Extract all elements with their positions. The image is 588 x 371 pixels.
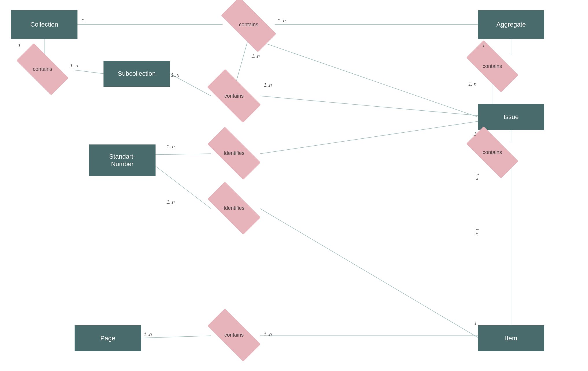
entity-page: Page xyxy=(75,325,141,351)
svg-line-15 xyxy=(260,209,478,337)
card-agg-contains-to-issue: 1..n xyxy=(468,81,476,87)
diamond-aggregate-contains: contains xyxy=(468,54,517,79)
diamond-page-contains: contains xyxy=(209,323,259,347)
card-issue-contains-down: 1..n xyxy=(475,173,480,180)
card-item-top: 1 xyxy=(474,321,477,327)
svg-line-4 xyxy=(249,38,478,117)
entity-subcollection: Subcollection xyxy=(103,61,170,87)
svg-line-3 xyxy=(74,70,103,74)
svg-line-14 xyxy=(156,166,211,209)
card-std-to-id2: 1..n xyxy=(167,199,175,205)
card-issue-down: 1 xyxy=(474,131,476,137)
svg-line-12 xyxy=(156,154,211,155)
svg-line-13 xyxy=(260,121,478,154)
entity-standart-number: Standart- Number xyxy=(89,144,156,176)
card-issue-contains-1n: 1..n xyxy=(475,228,480,235)
card-collection-to-top: 1 xyxy=(82,18,84,24)
diamond-identifies1: Identifies xyxy=(209,141,259,166)
card-sub-contains-issue: 1..n xyxy=(264,82,272,88)
card-std-to-id1: 1..n xyxy=(167,144,175,150)
card-collection-down: 1 xyxy=(18,43,21,49)
card-page-contains-to-item: 1..n xyxy=(264,332,272,337)
diamond-top-contains: contains xyxy=(223,12,275,38)
card-sub-to-sub-contains: 1..n xyxy=(171,72,179,78)
card-aggregate-down: 1 xyxy=(482,43,485,49)
card-top-diag-issue: 1..n xyxy=(252,53,260,59)
svg-line-9 xyxy=(260,96,478,116)
svg-line-5 xyxy=(236,38,249,84)
card-page-to-contains: 1..n xyxy=(144,332,152,337)
entity-collection: Collection xyxy=(11,10,77,39)
diamond-identifies2: Identifies xyxy=(209,196,259,220)
entity-issue: Issue xyxy=(478,104,544,130)
diamond-left-contains: contains xyxy=(18,57,67,81)
card-left-to-sub: 1..n xyxy=(70,63,78,69)
diamond-sub-contains: contains xyxy=(209,83,259,109)
entity-item: Item xyxy=(478,325,544,351)
diamond-issue-contains: contains xyxy=(468,140,517,165)
card-top-to-aggregate: 1..n xyxy=(278,18,286,24)
entity-aggregate: Aggregate xyxy=(478,10,544,39)
diagram-container: Collection Aggregate Subcollection Issue… xyxy=(0,0,588,371)
